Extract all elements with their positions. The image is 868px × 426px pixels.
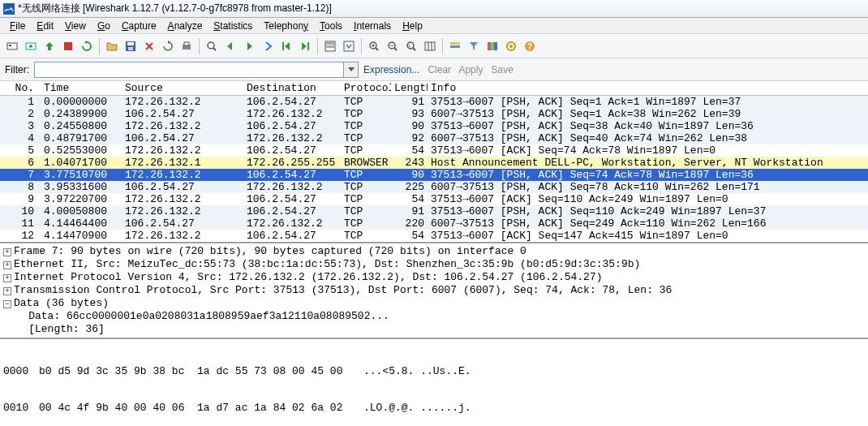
packet-row[interactable]: 40.48791700106.2.54.27172.26.132.2TCP926… xyxy=(0,132,868,144)
expand-icon[interactable]: + xyxy=(3,261,11,269)
packet-list-pane: No. Time Source Destination Protocol Len… xyxy=(0,81,868,243)
menu-go[interactable]: Go xyxy=(92,19,115,33)
display-filters-icon[interactable] xyxy=(465,37,483,55)
packet-row[interactable]: 93.97220700172.26.132.2106.2.54.27TCP543… xyxy=(0,193,868,205)
svg-rect-32 xyxy=(450,42,460,45)
go-last-icon[interactable] xyxy=(296,37,314,55)
colorize-icon[interactable] xyxy=(321,37,339,55)
packet-row[interactable]: 30.24550800172.26.132.2106.2.54.27TCP903… xyxy=(0,120,868,132)
go-first-icon[interactable] xyxy=(277,37,295,55)
autoscroll-icon[interactable] xyxy=(340,37,358,55)
svg-rect-8 xyxy=(128,47,133,50)
svg-line-20 xyxy=(376,48,378,50)
tree-tcp[interactable]: +Transmission Control Protocol, Src Port… xyxy=(3,284,865,297)
menu-file[interactable]: File xyxy=(5,19,30,33)
capture-filters-icon[interactable] xyxy=(446,37,464,55)
packet-row[interactable]: 50.52553000172.26.132.2106.2.54.27TCP543… xyxy=(0,144,868,157)
restart-capture-icon[interactable] xyxy=(78,37,96,55)
print-icon[interactable] xyxy=(178,37,196,55)
apply-button[interactable]: Apply xyxy=(458,64,483,75)
packet-row[interactable]: 104.00050800172.26.132.2106.2.54.27TCP91… xyxy=(0,205,868,217)
menu-analyze[interactable]: Analyze xyxy=(163,19,208,33)
expand-icon[interactable]: + xyxy=(3,248,11,256)
tree-frame[interactable]: +Frame 7: 90 bytes on wire (720 bits), 9… xyxy=(3,245,865,258)
packet-row[interactable]: 124.14470900172.26.132.2106.2.54.27TCP54… xyxy=(0,230,868,242)
toolbar-separator xyxy=(317,38,318,54)
col-time[interactable]: Time xyxy=(41,82,122,94)
interfaces-icon[interactable] xyxy=(3,37,21,55)
help-icon[interactable]: ? xyxy=(521,37,539,55)
save-button[interactable]: Save xyxy=(491,64,513,75)
packet-row[interactable]: 20.24389900106.2.54.27172.26.132.2TCP936… xyxy=(0,108,868,120)
tree-data-hex[interactable]: Data: 66cc0000001e0a0208031a1808959aef3a… xyxy=(3,310,865,323)
svg-point-11 xyxy=(208,42,214,49)
start-capture-icon[interactable] xyxy=(41,37,58,55)
save-file-icon[interactable] xyxy=(122,37,140,55)
open-file-icon[interactable] xyxy=(103,37,121,55)
svg-rect-17 xyxy=(326,45,334,48)
col-info[interactable]: Info xyxy=(428,82,868,94)
packet-row[interactable]: 83.95331600106.2.54.27172.26.132.2TCP225… xyxy=(0,181,868,193)
resize-columns-icon[interactable] xyxy=(421,37,439,55)
menu-edit[interactable]: Edit xyxy=(32,19,58,33)
col-no[interactable]: No. xyxy=(0,82,41,94)
coloring-rules-icon[interactable] xyxy=(483,37,501,55)
toolbar: 1 ? xyxy=(0,34,868,58)
filter-bar: Filter: Expression... Clear Apply Save xyxy=(0,58,868,81)
go-to-packet-icon[interactable] xyxy=(259,37,277,55)
zoom-100-icon[interactable]: 1 xyxy=(402,37,420,55)
menu-tools[interactable]: Tools xyxy=(315,19,347,33)
filter-dropdown-icon[interactable] xyxy=(344,62,359,78)
collapse-icon[interactable]: − xyxy=(3,300,11,308)
toolbar-separator xyxy=(361,38,362,54)
packet-row[interactable]: 10.00000000172.26.132.2106.2.54.27TCP913… xyxy=(0,96,868,108)
svg-text:?: ? xyxy=(527,42,532,51)
reload-icon[interactable] xyxy=(159,37,177,55)
preferences-icon[interactable] xyxy=(502,37,520,55)
packet-details-pane[interactable]: +Frame 7: 90 bytes on wire (720 bits), 9… xyxy=(0,243,868,339)
packet-row[interactable]: 73.77510700172.26.132.2106.2.54.27TCP903… xyxy=(0,169,868,181)
tree-data-len[interactable]: [Length: 36] xyxy=(3,323,865,336)
menu-help[interactable]: Help xyxy=(397,19,428,33)
svg-rect-33 xyxy=(450,45,460,48)
tree-data[interactable]: −Data (36 bytes) xyxy=(3,297,865,310)
title-bar: *无线网络连接 [Wireshark 1.12.7 (v1.12.7-0-g7f… xyxy=(0,0,868,18)
col-source[interactable]: Source xyxy=(122,82,243,94)
col-destination[interactable]: Destination xyxy=(243,82,341,94)
expand-icon[interactable]: + xyxy=(3,274,11,282)
close-file-icon[interactable] xyxy=(140,37,158,55)
tree-eth[interactable]: +Ethernet II, Src: MeizuTec_dc:55:73 (38… xyxy=(3,258,865,271)
packet-list-header[interactable]: No. Time Source Destination Protocol Len… xyxy=(0,81,868,96)
menu-internals[interactable]: Internals xyxy=(349,19,396,33)
menu-telephony[interactable]: Telephony xyxy=(259,19,313,33)
find-icon[interactable] xyxy=(203,37,221,55)
menu-bar: File Edit View Go Capture Analyze Statis… xyxy=(0,18,868,34)
stop-capture-icon[interactable] xyxy=(59,37,77,55)
packet-row[interactable]: 114.14464400106.2.54.27172.26.132.2TCP22… xyxy=(0,217,868,230)
hex-dump-pane[interactable]: 0000b0 d5 9d 3c 35 9b 38 bc 1a dc 55 73 … xyxy=(0,339,868,426)
menu-capture[interactable]: Capture xyxy=(117,19,161,33)
expand-icon[interactable]: + xyxy=(3,287,11,295)
clear-button[interactable]: Clear xyxy=(428,64,451,75)
zoom-in-icon[interactable] xyxy=(365,37,383,55)
hex-row[interactable]: 001000 4c 4f 9b 40 00 40 06 1a d7 ac 1a … xyxy=(3,402,865,414)
svg-rect-2 xyxy=(9,45,11,46)
go-forward-icon[interactable] xyxy=(240,37,258,55)
hex-row[interactable]: 0000b0 d5 9d 3c 35 9b 38 bc 1a dc 55 73 … xyxy=(3,365,865,377)
svg-point-4 xyxy=(29,45,32,48)
tree-ip[interactable]: +Internet Protocol Version 4, Src: 172.2… xyxy=(3,271,865,284)
packet-list-body[interactable]: 10.00000000172.26.132.2106.2.54.27TCP913… xyxy=(0,96,868,242)
col-protocol[interactable]: Protocol xyxy=(341,82,391,94)
zoom-out-icon[interactable] xyxy=(384,37,402,55)
go-back-icon[interactable] xyxy=(221,37,239,55)
options-icon[interactable] xyxy=(22,37,40,55)
svg-rect-7 xyxy=(127,42,134,45)
menu-statistics[interactable]: Statistics xyxy=(208,19,257,33)
packet-row[interactable]: 61.04071700172.26.132.1172.26.255.255BRO… xyxy=(0,157,868,169)
menu-view[interactable]: View xyxy=(60,19,91,33)
filter-input[interactable] xyxy=(34,62,344,78)
svg-rect-36 xyxy=(494,42,497,50)
expression-button[interactable]: Expression... xyxy=(363,64,419,75)
col-length[interactable]: Length xyxy=(391,82,428,94)
svg-rect-16 xyxy=(326,42,334,45)
